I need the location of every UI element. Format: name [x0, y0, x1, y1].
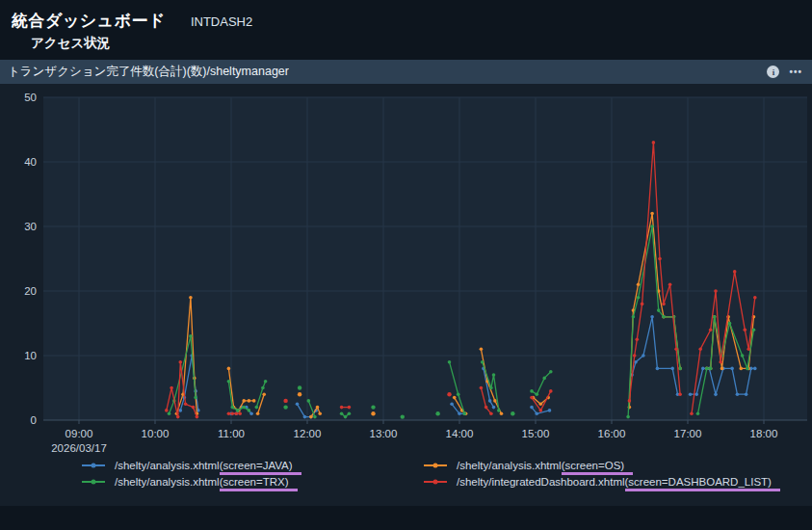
x-axis	[43, 420, 807, 424]
chart-panel: トランザクション完了件数(合計)(数)/sheltymanager i ••• …	[0, 60, 812, 506]
svg-text:30: 30	[24, 221, 37, 232]
page-subtitle: アクセス状況	[31, 35, 800, 52]
panel-actions: i •••	[767, 66, 802, 78]
legend-line-marker-icon	[82, 481, 105, 483]
svg-text:17:00: 17:00	[674, 428, 702, 439]
x-axis-date-label: 2026/03/17	[51, 442, 107, 454]
legend-label-highlighted-screen-param: (screen=TRX)	[220, 476, 298, 491]
info-icon[interactable]: i	[767, 66, 779, 78]
chart-legend: /shelty/analysis.xhtml(screen=JAVA)/shel…	[82, 460, 812, 488]
page-title: 統合ダッシュボード	[12, 10, 166, 32]
legend-label: /shelty/analysis.xhtml(screen=OS)	[457, 460, 633, 471]
timeseries-chart: 0102030405009:002026/03/1710:0011:0012:0…	[0, 87, 812, 458]
legend-label: /shelty/analysis.xhtml(screen=TRX)	[115, 476, 298, 488]
panel-body: 0102030405009:002026/03/1710:0011:0012:0…	[0, 84, 812, 506]
y-axis-labels: 01020304050	[24, 92, 37, 426]
svg-text:50: 50	[24, 92, 37, 103]
svg-text:0: 0	[31, 414, 37, 426]
legend-line-marker-icon	[82, 464, 105, 466]
svg-text:10:00: 10:00	[142, 428, 170, 439]
dashboard-page: 統合ダッシュボード INTDASH2 アクセス状況 トランザクション完了件数(合…	[0, 0, 812, 506]
svg-text:20: 20	[24, 285, 37, 297]
legend-label-highlighted-screen-param: (screen=JAVA)	[220, 460, 301, 475]
legend-label-highlighted-screen-param: (screen=DASHBOARD_LIST)	[625, 476, 780, 491]
legend-item-trx[interactable]: /shelty/analysis.xhtml(screen=TRX)	[82, 476, 424, 488]
legend-item-os[interactable]: /shelty/analysis.xhtml(screen=OS)	[424, 460, 812, 471]
x-axis-labels: 09:002026/03/1710:0011:0012:0013:0014:00…	[51, 428, 777, 454]
legend-line-marker-icon	[424, 464, 447, 466]
page-title-suffix: INTDASH2	[191, 14, 252, 29]
svg-text:16:00: 16:00	[598, 428, 626, 439]
svg-text:15:00: 15:00	[522, 428, 550, 439]
legend-item-java[interactable]: /shelty/analysis.xhtml(screen=JAVA)	[82, 460, 424, 471]
page-header: 統合ダッシュボード INTDASH2 アクセス状況	[0, 0, 812, 60]
plot-area	[43, 97, 807, 420]
legend-label: /shelty/analysis.xhtml(screen=JAVA)	[115, 460, 301, 471]
svg-text:40: 40	[24, 156, 37, 168]
svg-text:14:00: 14:00	[446, 428, 474, 439]
ellipsis-menu-icon[interactable]: •••	[789, 66, 802, 78]
svg-text:13:00: 13:00	[370, 428, 398, 439]
panel-header: トランザクション完了件数(合計)(数)/sheltymanager i •••	[0, 60, 812, 84]
legend-item-dashboard-list[interactable]: /shelty/integratedDashboard.xhtml(screen…	[424, 476, 812, 488]
svg-text:10: 10	[24, 350, 37, 361]
svg-text:12:00: 12:00	[294, 428, 322, 439]
legend-label: /shelty/integratedDashboard.xhtml(screen…	[457, 476, 780, 488]
svg-text:11:00: 11:00	[218, 428, 245, 439]
svg-text:09:00: 09:00	[65, 428, 93, 439]
legend-label-highlighted-screen-param: (screen=OS)	[562, 460, 634, 475]
svg-text:18:00: 18:00	[750, 428, 778, 439]
legend-line-marker-icon	[424, 481, 447, 483]
panel-title: トランザクション完了件数(合計)(数)/sheltymanager	[8, 64, 289, 80]
